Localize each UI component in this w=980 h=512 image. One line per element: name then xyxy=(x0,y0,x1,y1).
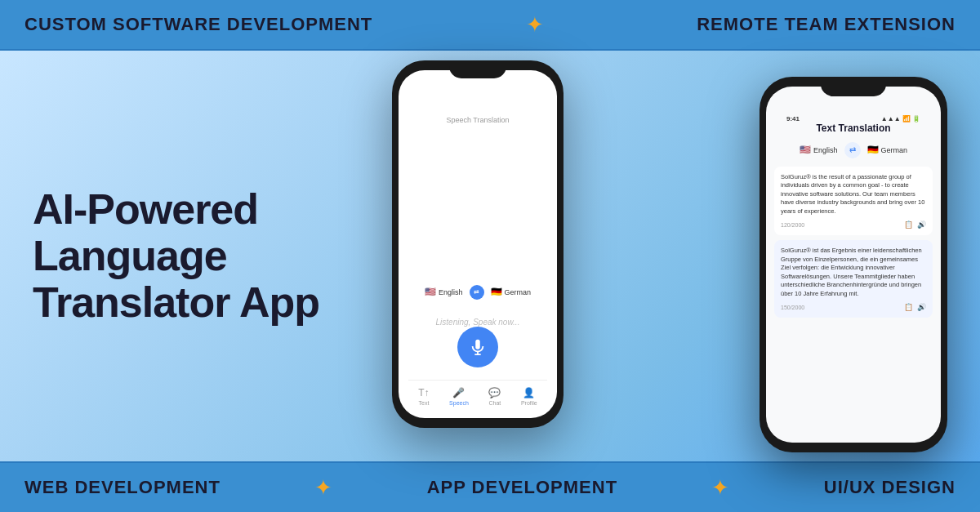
listening-area: Listening, Speak now... xyxy=(408,309,547,327)
flag-us: 🇺🇸 xyxy=(425,287,436,297)
phone-speech: Speech Translation 🇺🇸 English ⇄ 🇩🇪 Germa… xyxy=(392,60,564,428)
mic-button[interactable] xyxy=(457,327,498,367)
hero-title: AI-Powered Language Translator App xyxy=(33,186,343,327)
flag-de-right: 🇩🇪 xyxy=(867,145,879,155)
top-banner-star-icon: ✦ xyxy=(526,12,544,38)
tab-text[interactable]: T↑ Text xyxy=(418,387,429,406)
speech-screen-title: Speech Translation xyxy=(408,93,547,277)
svg-rect-0 xyxy=(475,339,480,349)
flag-us-right: 🇺🇸 xyxy=(800,145,811,155)
top-banner-right-label: REMOTE TEAM EXTENSION xyxy=(697,14,956,35)
copy-icon-de[interactable]: 📋 xyxy=(904,303,913,311)
phone-screen-left: Speech Translation 🇺🇸 English ⇄ 🇩🇪 Germa… xyxy=(399,70,557,418)
translated-text: SolGuruz® ist das Ergebnis einer leidens… xyxy=(781,247,926,298)
translated-footer: 150/2000 📋 🔊 xyxy=(781,303,926,311)
bottom-banner-star1: ✦ xyxy=(314,475,332,501)
tab-profile[interactable]: 👤 Profile xyxy=(521,387,537,406)
text-translation-title: Text Translation xyxy=(774,122,933,134)
speaker-icon[interactable]: 🔊 xyxy=(917,220,926,229)
speech-lang-row: 🇺🇸 English ⇄ 🇩🇪 German xyxy=(408,285,547,300)
status-time: 9:41 xyxy=(786,115,800,122)
text-lang-to: 🇩🇪 German xyxy=(867,145,908,155)
mic-icon xyxy=(469,338,487,356)
bottom-banner-item1: WEB DEVELOPMENT xyxy=(24,477,220,498)
phone-notch-right xyxy=(821,77,886,96)
top-banner: CUSTOM SOFTWARE DEVELOPMENT ✦ REMOTE TEA… xyxy=(0,0,980,51)
text-lang-from: 🇺🇸 English xyxy=(800,145,838,155)
source-footer: 120/2000 📋 🔊 xyxy=(781,220,926,229)
main-content: AI-Powered Language Translator App Speec… xyxy=(0,51,980,461)
source-text: SolGuruz® is the result of a passionate … xyxy=(781,173,926,216)
speech-screen: Speech Translation 🇺🇸 English ⇄ 🇩🇪 Germa… xyxy=(399,70,557,418)
phone-screen-right: 9:41 ▲▲▲ 📶 🔋 Text Translation 🇺🇸 English… xyxy=(766,87,941,443)
bottom-banner-item3: UI/UX DESIGN xyxy=(824,477,956,498)
source-icons: 📋 🔊 xyxy=(904,220,926,229)
hero-text: AI-Powered Language Translator App xyxy=(33,186,343,327)
top-banner-left-label: CUSTOM SOFTWARE DEVELOPMENT xyxy=(24,14,372,35)
status-bar: 9:41 ▲▲▲ 📶 🔋 xyxy=(774,111,933,122)
speech-lang-from: 🇺🇸 English xyxy=(425,287,463,297)
text-lang-row: 🇺🇸 English ⇄ 🇩🇪 German xyxy=(774,142,933,158)
phone-text-translation: 9:41 ▲▲▲ 📶 🔋 Text Translation 🇺🇸 English… xyxy=(760,77,947,452)
speech-tab-bar: T↑ Text 🎤 Speech 💬 Chat 👤 xyxy=(408,380,547,410)
flag-de: 🇩🇪 xyxy=(491,287,502,297)
swap-button-right[interactable]: ⇄ xyxy=(844,142,861,158)
bottom-banner-item2: APP DEVELOPMENT xyxy=(427,477,617,498)
swap-button-left[interactable]: ⇄ xyxy=(470,285,484,300)
mic-button-area xyxy=(408,327,547,367)
translated-text-box: SolGuruz® ist das Ergebnis einer leidens… xyxy=(774,240,933,318)
bottom-banner-star2: ✦ xyxy=(711,475,729,501)
bottom-banner: WEB DEVELOPMENT ✦ APP DEVELOPMENT ✦ UI/U… xyxy=(0,461,980,512)
phone-notch-left xyxy=(449,60,506,78)
text-translation-screen: 9:41 ▲▲▲ 📶 🔋 Text Translation 🇺🇸 English… xyxy=(766,87,941,443)
copy-icon[interactable]: 📋 xyxy=(904,220,913,229)
tab-chat[interactable]: 💬 Chat xyxy=(488,387,501,406)
translated-char-count: 150/2000 xyxy=(781,305,804,310)
speaker-icon-de[interactable]: 🔊 xyxy=(917,303,926,311)
source-char-count: 120/2000 xyxy=(781,222,804,228)
tab-speech[interactable]: 🎤 Speech xyxy=(449,387,469,406)
translated-icons: 📋 🔊 xyxy=(904,303,926,311)
source-text-box[interactable]: SolGuruz® is the result of a passionate … xyxy=(774,167,933,236)
phones-area: Speech Translation 🇺🇸 English ⇄ 🇩🇪 Germa… xyxy=(343,52,947,461)
listening-text: Listening, Speak now... xyxy=(436,318,520,327)
status-icons: ▲▲▲ 📶 🔋 xyxy=(881,115,920,122)
speech-lang-to: 🇩🇪 German xyxy=(491,287,532,297)
